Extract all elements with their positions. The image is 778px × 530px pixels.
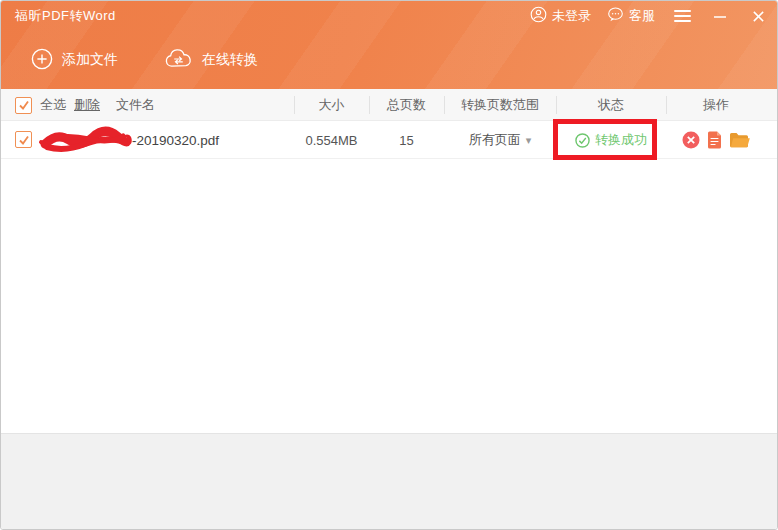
user-icon [530, 6, 547, 26]
add-files-label: 添加文件 [62, 51, 118, 69]
file-size: 0.554MB [294, 121, 369, 159]
page-range-dropdown[interactable]: 所有页面 ▾ [444, 121, 556, 159]
success-check-icon [575, 133, 590, 148]
support-label: 客服 [629, 7, 655, 25]
delete-link[interactable]: 删除 [74, 96, 100, 114]
column-filename: 文件名 [116, 89, 155, 121]
filename-text: -20190320.pdf [132, 121, 219, 159]
app-title: 福昕PDF转Word [15, 7, 116, 25]
support-button[interactable]: 客服 [607, 6, 655, 26]
cloud-convert-icon [164, 48, 193, 72]
status-cell: 转换成功 [556, 121, 666, 159]
column-range: 转换页数范围 [444, 89, 556, 121]
open-folder-icon[interactable] [729, 132, 751, 149]
remove-file-icon[interactable] [682, 131, 700, 149]
row-checkbox[interactable] [15, 131, 32, 148]
select-all-label[interactable]: 全选 [40, 96, 66, 114]
chat-bubble-icon [607, 6, 624, 26]
plus-circle-icon [31, 48, 53, 73]
login-button[interactable]: 未登录 [530, 6, 591, 26]
titlebar: 福昕PDF转Word 未登录 [1, 1, 778, 31]
redaction-scribble [37, 125, 133, 158]
header-area: 福昕PDF转Word 未登录 [1, 1, 778, 89]
login-label: 未登录 [552, 7, 591, 25]
open-document-icon[interactable] [707, 131, 722, 149]
app-window: 福昕PDF转Word 未登录 [0, 0, 778, 530]
menu-button[interactable] [671, 5, 693, 27]
add-files-button[interactable]: 添加文件 [31, 48, 118, 73]
row-actions [682, 121, 751, 159]
online-convert-button[interactable]: 在线转换 [164, 48, 258, 72]
chevron-down-icon: ▾ [526, 135, 532, 146]
minimize-button[interactable] [709, 5, 731, 27]
table-row: -20190320.pdf 0.554MB 15 所有页面 ▾ 转换成功 [1, 121, 778, 159]
close-button[interactable] [747, 5, 769, 27]
toolbar: 添加文件 在线转换 [1, 31, 778, 89]
column-pages: 总页数 [369, 89, 444, 121]
column-actions: 操作 [666, 89, 766, 121]
total-pages: 15 [369, 121, 444, 159]
column-size: 大小 [294, 89, 369, 121]
column-status: 状态 [556, 89, 666, 121]
online-convert-label: 在线转换 [202, 51, 258, 69]
page-range-value: 所有页面 [469, 131, 521, 149]
status-text: 转换成功 [595, 131, 647, 149]
footer-bar: 转换格式： .DOCX ▾ 保存路径： 和PDF相同路径 ▾ 开始转换 [1, 433, 778, 530]
select-all-checkbox[interactable] [15, 97, 32, 114]
table-header: 全选 删除 文件名 大小 总页数 转换页数范围 状态 操作 [1, 89, 778, 121]
